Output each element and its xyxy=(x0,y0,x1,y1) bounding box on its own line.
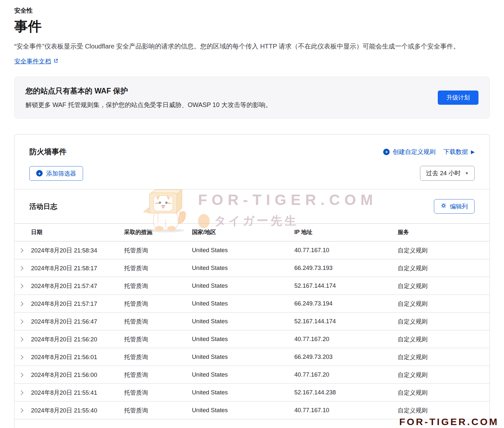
cell-expand xyxy=(15,401,31,419)
page-title: 事件 xyxy=(14,17,490,36)
download-data-link[interactable]: 下载数据 ▶ xyxy=(443,148,475,156)
table-row[interactable]: 2024年8月20日 21:57:17 托管质询 United States 6… xyxy=(15,295,489,313)
table-row[interactable]: 2024年8月20日 21:55:40 托管质询 United States 4… xyxy=(15,401,489,419)
cell-expand xyxy=(15,295,31,313)
card-header-actions: + 创建自定义规则 下载数据 ▶ xyxy=(383,148,475,156)
cell-ip: 52.167.144.174 xyxy=(294,313,398,330)
cell-service: 自定义规则 xyxy=(398,295,489,313)
cell-ip: 66.249.73.203 xyxy=(294,348,398,366)
table-row[interactable]: 2024年8月20日 21:57:47 托管质询 United States 5… xyxy=(15,277,489,295)
table-row[interactable]: 2024年8月20日 21:56:20 托管质询 United States 4… xyxy=(15,330,489,348)
doc-link-label: 安全事件文档 xyxy=(14,57,51,66)
chevron-right-icon[interactable] xyxy=(19,248,23,253)
add-filter-button[interactable]: + 添加筛选器 xyxy=(29,166,83,181)
cell-country: United States xyxy=(192,348,294,366)
cell-action: 托管质询 xyxy=(124,330,192,348)
cell-ip: 66.249.73.193 xyxy=(294,259,398,277)
cell-date: 2024年8月20日 21:57:47 xyxy=(31,277,124,295)
event-table-body: 2024年8月20日 21:58:34 托管质询 United States 4… xyxy=(15,241,489,419)
chevron-right-icon[interactable] xyxy=(19,284,23,288)
table-row[interactable]: 2024年8月20日 21:58:34 托管质询 United States 4… xyxy=(15,241,489,259)
table-header-row: 日期 采取的措施 国家/地区 IP 地址 服务 xyxy=(15,224,489,241)
header-expand xyxy=(15,224,31,241)
cell-expand xyxy=(15,348,31,366)
cell-expand xyxy=(15,366,31,384)
gear-icon xyxy=(441,203,446,210)
cell-expand xyxy=(15,313,31,330)
firewall-card-header: 防火墙事件 + 创建自定义规则 下载数据 ▶ xyxy=(15,134,489,157)
plus-circle-icon: + xyxy=(36,170,43,177)
cell-date: 2024年8月20日 21:56:01 xyxy=(31,348,124,366)
table-row[interactable]: 2024年8月20日 21:56:00 托管质询 United States 4… xyxy=(15,366,489,384)
security-events-doc-link[interactable]: 安全事件文档 xyxy=(14,57,58,66)
cell-expand xyxy=(15,259,31,277)
edit-columns-button[interactable]: 编辑列 xyxy=(434,199,475,214)
cell-country: United States xyxy=(192,295,294,313)
cell-ip: 52.167.144.174 xyxy=(294,277,398,295)
upgrade-plan-button[interactable]: 升级计划 xyxy=(438,91,478,105)
chevron-right-icon[interactable] xyxy=(19,391,23,395)
header-ip: IP 地址 xyxy=(294,224,398,241)
cell-country: United States xyxy=(192,384,294,401)
cell-date: 2024年8月20日 21:56:47 xyxy=(31,313,124,330)
chevron-right-icon[interactable] xyxy=(19,266,23,271)
cell-ip: 52.167.144.238 xyxy=(294,384,398,401)
chevron-right-icon[interactable] xyxy=(19,319,23,324)
events-table: 日期 采取的措施 国家/地区 IP 地址 服务 2024年8月20日 21:58… xyxy=(15,223,489,419)
cell-service: 自定义规则 xyxy=(398,384,489,401)
table-row[interactable]: 2024年8月20日 21:55:41 托管质询 United States 5… xyxy=(15,384,489,401)
edit-columns-label: 编辑列 xyxy=(450,202,468,210)
chevron-right-icon[interactable] xyxy=(19,355,23,359)
firewall-events-card: 防火墙事件 + 创建自定义规则 下载数据 ▶ + 添加筛选器 过去 24 小时 … xyxy=(14,134,490,428)
cell-action: 托管质询 xyxy=(124,366,192,384)
time-range-dropdown[interactable]: 过去 24 小时 ▼ xyxy=(420,166,475,181)
waf-banner-description: 解锁更多 WAF 托管规则集，保护您的站点免受零日威胁、OWASP 10 大攻击… xyxy=(26,101,272,109)
cell-country: United States xyxy=(192,330,294,348)
cell-date: 2024年8月20日 21:58:34 xyxy=(31,241,124,259)
cell-ip: 66.249.73.194 xyxy=(294,295,398,313)
external-link-icon xyxy=(53,58,58,65)
cell-date: 2024年8月20日 21:55:40 xyxy=(31,401,124,419)
header-country: 国家/地区 xyxy=(192,224,294,241)
cell-date: 2024年8月20日 21:58:17 xyxy=(31,259,124,277)
plus-circle-icon: + xyxy=(383,149,390,155)
header-date: 日期 xyxy=(31,224,124,241)
waf-upgrade-banner: 您的站点只有基本的 WAF 保护 解锁更多 WAF 托管规则集，保护您的站点免受… xyxy=(14,77,490,119)
cell-country: United States xyxy=(192,366,294,384)
chevron-right-icon[interactable] xyxy=(19,408,23,413)
caret-down-icon: ▼ xyxy=(465,171,469,175)
cell-action: 托管质询 xyxy=(124,295,192,313)
activity-log-header: 活动日志 编辑列 xyxy=(15,189,489,223)
chevron-right-icon[interactable] xyxy=(19,302,23,306)
add-filter-label: 添加筛选器 xyxy=(46,169,76,177)
create-custom-rule-link[interactable]: + 创建自定义规则 xyxy=(383,148,436,156)
chevron-right-icon[interactable] xyxy=(19,337,23,342)
cell-ip: 40.77.167.20 xyxy=(294,366,398,384)
cell-country: United States xyxy=(192,313,294,330)
waf-banner-title: 您的站点只有基本的 WAF 保护 xyxy=(26,86,272,96)
cell-expand xyxy=(15,277,31,295)
cell-expand xyxy=(15,241,31,259)
caret-right-icon: ▶ xyxy=(471,149,475,154)
cell-service: 自定义规则 xyxy=(398,348,489,366)
cell-date: 2024年8月20日 21:56:00 xyxy=(31,366,124,384)
cell-ip: 40.77.167.20 xyxy=(294,330,398,348)
cell-ip: 40.77.167.10 xyxy=(294,401,398,419)
time-range-value: 过去 24 小时 xyxy=(426,169,461,177)
chevron-right-icon[interactable] xyxy=(19,373,23,377)
table-row[interactable]: 2024年8月20日 21:56:01 托管质询 United States 6… xyxy=(15,348,489,366)
table-row[interactable]: 2024年8月20日 21:58:17 托管质询 United States 6… xyxy=(15,259,489,277)
cell-action: 托管质询 xyxy=(124,348,192,366)
header-action: 采取的措施 xyxy=(124,224,192,241)
cell-action: 托管质询 xyxy=(124,384,192,401)
header-service: 服务 xyxy=(398,224,489,241)
activity-log-title: 活动日志 xyxy=(29,202,57,211)
page-header: 安全性 事件 “安全事件”仪表板显示受 Cloudflare 安全产品影响的请求… xyxy=(14,0,490,66)
table-row[interactable]: 2024年8月20日 21:56:47 托管质询 United States 5… xyxy=(15,313,489,330)
cell-service: 自定义规则 xyxy=(398,366,489,384)
breadcrumb-security: 安全性 xyxy=(14,6,490,15)
cell-action: 托管质询 xyxy=(124,313,192,330)
cell-service: 自定义规则 xyxy=(398,241,489,259)
cell-date: 2024年8月20日 21:55:41 xyxy=(31,384,124,401)
cell-action: 托管质询 xyxy=(124,277,192,295)
